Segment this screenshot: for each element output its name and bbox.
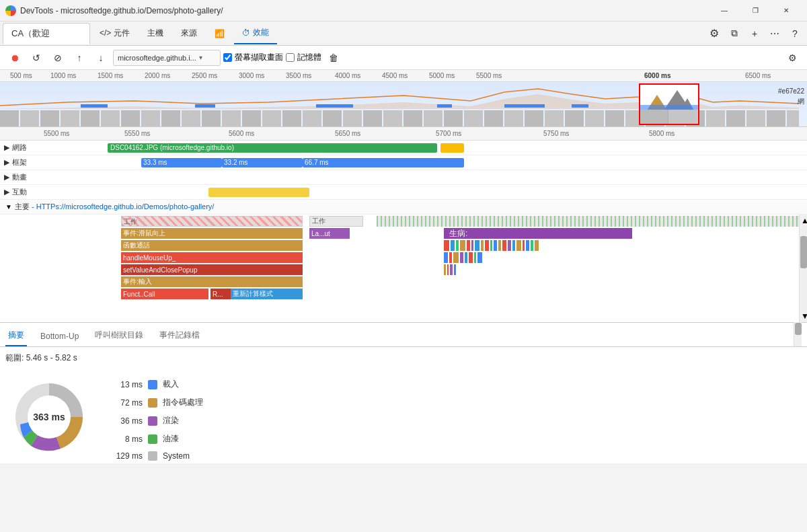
net-label: 網	[798, 97, 804, 106]
tab-call-tree[interactable]: 呼叫樹狀目錄	[92, 326, 146, 346]
svg-rect-31	[504, 110, 523, 126]
scroll-up-arrow[interactable]: ▲	[801, 216, 807, 225]
svg-rect-29	[464, 110, 483, 126]
dtick-5600: 5600 ms	[229, 130, 254, 137]
tick-500: 500 ms	[10, 72, 32, 79]
clear-button[interactable]: ⊘	[48, 48, 67, 67]
tick-5000: 5000 ms	[429, 72, 455, 79]
animation-content	[40, 170, 807, 184]
tab-welcome[interactable]: CA（歡迎	[3, 23, 90, 44]
handle-mouse-bar: handleMouseUp_	[121, 252, 303, 263]
legend-system-label: System	[163, 451, 190, 461]
svg-rect-23	[343, 110, 362, 126]
frame-bar-3: 66.7 ms	[303, 158, 464, 167]
svg-rect-76	[474, 252, 476, 263]
svg-rect-32	[525, 110, 543, 126]
interaction-track: ▶ 互動	[0, 185, 807, 200]
tab-network[interactable]: 📶	[206, 23, 233, 44]
svg-rect-12	[121, 110, 140, 126]
interaction-content	[40, 185, 807, 200]
add-tab-button[interactable]: +	[745, 24, 764, 43]
screenshot-checkbox[interactable]	[223, 53, 232, 62]
main-url-link[interactable]: - HTTPs://microsoftedge.github.io/Demos/…	[32, 202, 214, 211]
svg-rect-35	[585, 110, 604, 126]
minimize-button[interactable]: —	[709, 0, 740, 22]
close-button[interactable]: ✕	[771, 0, 802, 22]
svg-rect-11	[101, 110, 120, 126]
tab-event-log[interactable]: 事件記錄檔	[157, 326, 202, 346]
timeline-detail[interactable]: 5500 ms 5550 ms 5600 ms 5650 ms 5700 ms …	[0, 127, 807, 322]
animation-label[interactable]: ▶ 動畫	[0, 172, 40, 182]
main-track-header[interactable]: ▼ 主要 - HTTPs://microsoftedge.github.io/D…	[0, 200, 807, 215]
overview-ruler: 500 ms 1000 ms 1500 ms 2000 ms 2500 ms 3…	[0, 70, 807, 82]
memory-checkbox[interactable]	[286, 53, 295, 62]
timeline-scrollbar[interactable]: ▲ ▼	[799, 215, 807, 322]
scrollbar-thumb[interactable]	[800, 236, 807, 268]
network-label[interactable]: ▶ 網路	[0, 143, 40, 153]
titlebar: DevTools - microsoftedge.github.io/Demos…	[0, 0, 807, 22]
main-arrow[interactable]: ▼	[3, 203, 15, 211]
svg-rect-22	[323, 110, 342, 126]
upload-button[interactable]: ↑	[70, 48, 89, 67]
screenshot-checkbox-group[interactable]: 螢幕擷取畫面	[223, 52, 283, 63]
bottom-tabs: 摘要 Bottom-Up 呼叫樹狀目錄 事件記錄檔	[0, 323, 807, 347]
download-button[interactable]: ↓	[91, 48, 110, 67]
performance-toolbar: ⏺ ↺ ⊘ ↑ ↓ microsoftedge.github.i... ▾ 螢幕…	[0, 46, 807, 70]
cpu-label: #e67e22	[778, 87, 804, 95]
duplicate-tab-button[interactable]: ⧉	[725, 24, 744, 43]
network-content: DSC04162.JPG (microsoftedge.github.io)	[40, 141, 807, 155]
tab-elements[interactable]: </> 元件	[91, 23, 138, 44]
url-bar[interactable]: microsoftedge.github.i... ▾	[113, 50, 221, 66]
task-bar-2: 工作	[309, 216, 363, 227]
svg-rect-71	[449, 252, 452, 263]
toolbar-settings-button[interactable]: ⚙	[783, 48, 802, 67]
svg-rect-21	[303, 110, 321, 126]
timeline-highlight-box[interactable]	[639, 83, 699, 125]
timeline-overview[interactable]: 500 ms 1000 ms 1500 ms 2000 ms 2500 ms 3…	[0, 70, 807, 127]
tab-summary[interactable]: 摘要	[5, 326, 27, 346]
legend-row-load: 13 ms 載入	[109, 379, 203, 390]
memory-checkbox-group[interactable]: 記憶體	[286, 52, 321, 63]
bottom-scroll-thumb[interactable]	[795, 323, 802, 335]
legend-row-render: 36 ms 渲染	[109, 415, 203, 426]
settings-tab-button[interactable]: ⚙	[705, 24, 724, 43]
frame-track: ▶ 框架 33.3 ms 33.2 ms 66.7 ms	[0, 155, 807, 170]
svg-rect-24	[363, 110, 382, 126]
legend-system-ms: 129 ms	[109, 451, 143, 461]
svg-rect-3	[437, 104, 452, 108]
svg-rect-50	[444, 240, 449, 251]
tab-console[interactable]: 主機	[139, 23, 171, 44]
range-text: 範圍: 5.46 s - 5.82 s	[5, 352, 802, 364]
tick-3500: 3500 ms	[286, 72, 311, 79]
tab-sources[interactable]: 來源	[173, 23, 205, 44]
svg-rect-6	[0, 110, 19, 126]
legend-paint-label: 油漆	[163, 433, 179, 445]
more-tabs-button[interactable]: ⋯	[765, 24, 784, 43]
svg-rect-5	[572, 104, 588, 108]
svg-rect-57	[481, 240, 484, 251]
legend-paint-color	[148, 434, 157, 444]
svg-rect-66	[523, 240, 525, 251]
network-bar-small	[440, 143, 464, 153]
tab-performance[interactable]: ⏱ 效能	[234, 23, 277, 44]
svg-rect-59	[490, 240, 492, 251]
event-input-bar: 事件:輸入	[121, 276, 303, 287]
svg-rect-2	[316, 104, 353, 108]
help-button[interactable]: ?	[785, 24, 804, 43]
maximize-button[interactable]: ❐	[740, 0, 771, 22]
interaction-label[interactable]: ▶ 互動	[0, 187, 40, 197]
svg-rect-13	[141, 110, 160, 126]
record-button[interactable]: ⏺	[5, 48, 24, 67]
tab-bottom-up[interactable]: Bottom-Up	[38, 328, 81, 346]
dtick-5650: 5650 ms	[335, 130, 360, 137]
reload-button[interactable]: ↺	[27, 48, 46, 67]
anim-arrow: ▶	[4, 173, 9, 182]
scroll-down-arrow[interactable]: ▼	[801, 311, 807, 321]
dtick-5750: 5750 ms	[543, 130, 569, 137]
titlebar-controls: — ❐ ✕	[709, 0, 802, 22]
network-track: ▶ 網路 DSC04162.JPG (microsoftedge.github.…	[0, 141, 807, 155]
frame-label[interactable]: ▶ 框架	[0, 157, 40, 167]
bottom-panel-scroll[interactable]	[794, 322, 802, 346]
svg-rect-34	[565, 110, 584, 126]
delete-button[interactable]: 🗑	[324, 48, 343, 67]
